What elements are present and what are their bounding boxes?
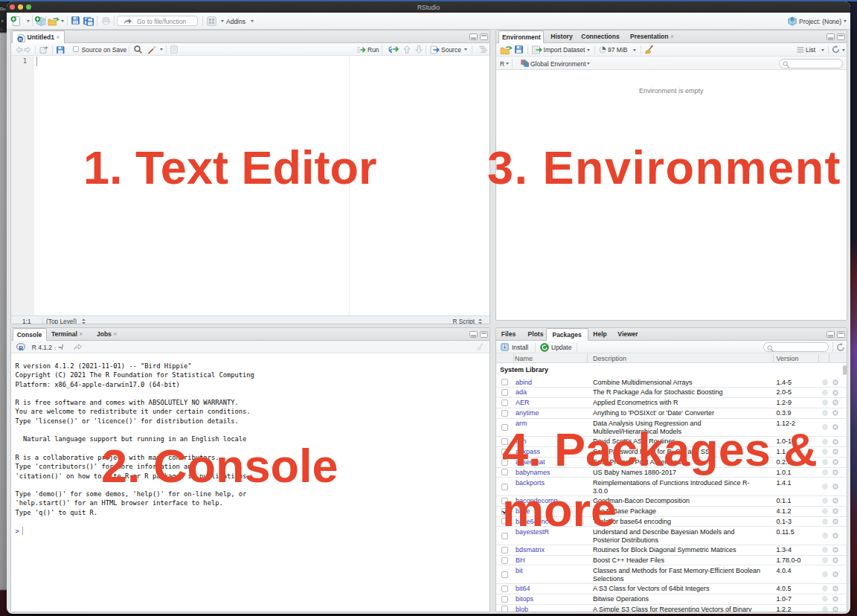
package-remove-icon[interactable] xyxy=(832,606,838,611)
package-remove-icon[interactable] xyxy=(832,439,838,445)
package-remove-icon[interactable] xyxy=(832,508,838,514)
package-website-icon[interactable] xyxy=(822,533,828,539)
new-file-icon[interactable] xyxy=(10,16,21,27)
package-remove-icon[interactable] xyxy=(832,547,838,553)
package-checkbox[interactable] xyxy=(501,389,508,396)
package-link[interactable]: bit xyxy=(516,567,523,574)
package-checkbox[interactable] xyxy=(501,596,508,603)
scope-caret[interactable] xyxy=(587,62,590,65)
code-tools-wand-icon[interactable] xyxy=(147,45,156,54)
install-icon[interactable] xyxy=(501,343,509,351)
save-workspace-icon[interactable] xyxy=(515,45,523,54)
package-remove-icon[interactable] xyxy=(832,400,838,405)
tab-jobs[interactable]: Jobs × xyxy=(97,328,122,341)
package-link[interactable]: bdsmatrix xyxy=(516,546,545,554)
package-link[interactable]: anytime xyxy=(516,409,539,417)
go-down-icon[interactable] xyxy=(415,45,423,54)
maximize-pane-icon[interactable] xyxy=(837,33,845,40)
tab-close-icon[interactable]: × xyxy=(57,31,60,44)
run-icon[interactable] xyxy=(356,46,366,54)
package-checkbox[interactable] xyxy=(501,400,508,406)
open-file-icon[interactable] xyxy=(48,16,60,27)
addins-caret[interactable] xyxy=(251,20,254,22)
minimize-pane-icon[interactable] xyxy=(469,33,478,40)
tab-close-icon[interactable]: × xyxy=(670,33,674,40)
console-popout-icon[interactable] xyxy=(74,344,82,350)
package-checkbox[interactable] xyxy=(501,585,508,592)
package-checkbox[interactable] xyxy=(501,410,508,417)
package-website-icon[interactable] xyxy=(822,547,828,553)
goto-file-input[interactable]: Go to file/function xyxy=(117,16,198,26)
run-button[interactable]: Run xyxy=(367,46,379,54)
code-tools-caret[interactable] xyxy=(160,48,163,51)
tab-viewer[interactable]: Viewer xyxy=(612,328,643,341)
package-link[interactable]: ada xyxy=(516,388,527,396)
rerun-icon[interactable] xyxy=(388,45,399,54)
import-dataset-caret[interactable] xyxy=(587,49,590,51)
document-outline-icon[interactable] xyxy=(478,45,488,54)
back-icon[interactable] xyxy=(16,46,23,54)
package-website-icon[interactable] xyxy=(822,459,828,465)
package-remove-icon[interactable] xyxy=(832,449,838,455)
package-website-icon[interactable] xyxy=(822,449,828,455)
maximize-pane-icon[interactable] xyxy=(837,331,845,338)
package-link[interactable]: abind xyxy=(516,379,532,386)
package-remove-icon[interactable] xyxy=(832,390,838,396)
package-website-icon[interactable] xyxy=(822,606,828,611)
environment-search-input[interactable] xyxy=(779,59,843,68)
package-website-icon[interactable] xyxy=(822,571,828,577)
scope-selector[interactable]: Global Environment xyxy=(530,60,586,68)
refresh-icon[interactable] xyxy=(832,45,840,54)
package-website-icon[interactable] xyxy=(822,557,828,563)
tab-close-icon[interactable]: × xyxy=(113,330,117,338)
package-checkbox[interactable] xyxy=(501,571,508,578)
maximize-pane-icon[interactable] xyxy=(480,331,488,338)
column-name[interactable]: Name xyxy=(515,355,533,362)
package-link[interactable]: BH xyxy=(516,556,525,564)
package-website-icon[interactable] xyxy=(822,484,828,490)
package-website-icon[interactable] xyxy=(822,439,828,445)
package-checkbox[interactable] xyxy=(501,379,508,385)
package-remove-icon[interactable] xyxy=(832,596,838,602)
package-website-icon[interactable] xyxy=(822,469,828,475)
tab-environment[interactable]: Environment xyxy=(498,31,544,43)
package-website-icon[interactable] xyxy=(822,379,828,385)
tab-files[interactable]: Files xyxy=(497,328,520,341)
package-remove-icon[interactable] xyxy=(832,533,838,539)
open-in-new-window-icon[interactable] xyxy=(39,45,48,54)
clear-objects-broom-icon[interactable] xyxy=(644,45,653,55)
refresh-icon[interactable] xyxy=(836,343,845,352)
clear-console-broom-icon[interactable] xyxy=(475,343,484,352)
file-type-selector[interactable]: R Script xyxy=(452,318,475,324)
package-checkbox[interactable] xyxy=(501,547,508,554)
tab-console[interactable]: Console xyxy=(13,328,47,341)
column-description[interactable]: Description xyxy=(593,355,626,362)
package-remove-icon[interactable] xyxy=(832,484,838,490)
package-website-icon[interactable] xyxy=(822,390,828,396)
open-file-caret[interactable] xyxy=(61,20,64,22)
column-version[interactable]: Version xyxy=(777,355,799,362)
maximize-pane-icon[interactable] xyxy=(480,33,488,40)
source-file-icon[interactable] xyxy=(430,45,440,54)
package-website-icon[interactable] xyxy=(822,498,828,504)
package-remove-icon[interactable] xyxy=(832,571,838,577)
package-link[interactable]: bit64 xyxy=(516,585,530,592)
package-remove-icon[interactable] xyxy=(832,469,838,475)
package-website-icon[interactable] xyxy=(822,508,828,514)
tab-untitled1[interactable]: R Untitled1 × xyxy=(12,31,65,43)
source-button[interactable]: Source xyxy=(441,46,461,54)
source-on-save-checkbox[interactable] xyxy=(73,46,79,52)
tab-close-icon[interactable]: × xyxy=(79,330,83,338)
packages-scrollbar[interactable] xyxy=(843,365,847,375)
tab-presentation[interactable]: Presentation × xyxy=(626,31,679,43)
save-icon[interactable] xyxy=(71,16,80,25)
engine-selector[interactable]: R xyxy=(500,60,504,68)
compile-report-icon[interactable] xyxy=(170,45,178,54)
package-checkbox[interactable] xyxy=(501,557,508,564)
package-website-icon[interactable] xyxy=(822,424,828,430)
package-remove-icon[interactable] xyxy=(832,410,838,416)
new-file-caret[interactable] xyxy=(27,20,30,22)
package-link[interactable]: bitops xyxy=(516,595,533,603)
package-website-icon[interactable] xyxy=(822,410,828,416)
package-remove-icon[interactable] xyxy=(832,459,838,465)
